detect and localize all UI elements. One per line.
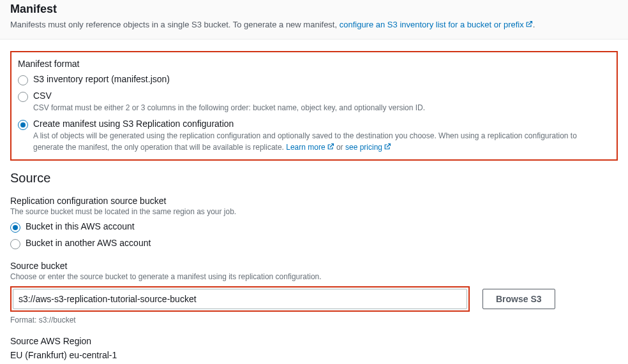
radio-csv-control[interactable]	[18, 92, 28, 102]
manifest-format-label: Manifest format	[18, 59, 609, 69]
source-bucket-hint: Choose or enter the source bucket to gen…	[10, 272, 618, 281]
source-bucket-format-hint: Format: s3://bucket	[10, 316, 618, 324]
radio-bucket-this-account-control[interactable]	[10, 222, 20, 233]
manifest-format-radio-group: S3 inventory report (manifest.json) CSV …	[18, 74, 609, 153]
radio-bucket-this-account[interactable]: Bucket in this AWS account	[10, 221, 618, 233]
radio-replication-label: Create manifest using S3 Replication con…	[33, 119, 609, 129]
replication-source-radio-group: Bucket in this AWS account Bucket in ano…	[10, 221, 618, 249]
source-bucket-input[interactable]	[13, 289, 467, 309]
radio-replication-control[interactable]	[18, 120, 28, 130]
radio-s3-inventory-control[interactable]	[18, 75, 28, 85]
learn-more-link[interactable]: Learn more	[286, 143, 334, 152]
radio-csv-hint: CSV format must be either 2 or 3 columns…	[33, 102, 609, 113]
browse-s3-button[interactable]: Browse S3	[482, 289, 555, 309]
replication-source-label: Replication configuration source bucket	[10, 196, 618, 206]
radio-bucket-another-account-label: Bucket in another AWS account	[26, 238, 618, 248]
source-region-section: Source AWS Region EU (Frankfurt) eu-cent…	[10, 336, 618, 360]
manifest-format-highlight-box: Manifest format S3 inventory report (man…	[10, 51, 618, 161]
configure-inventory-link-text: configure an S3 inventory list for a buc…	[340, 20, 524, 29]
see-pricing-text: see pricing	[345, 143, 382, 152]
see-pricing-link[interactable]: see pricing	[345, 143, 391, 152]
source-bucket-section: Source bucket Choose or enter the source…	[10, 261, 618, 324]
manifest-description: Manifests must only reference objects in…	[10, 18, 618, 31]
radio-s3-inventory[interactable]: S3 inventory report (manifest.json)	[18, 74, 609, 85]
radio-create-manifest-replication[interactable]: Create manifest using S3 Replication con…	[18, 119, 609, 153]
radio-replication-hint: A list of objects will be generated usin…	[33, 130, 609, 153]
radio-bucket-another-account-control[interactable]	[10, 239, 20, 249]
replication-source-bucket-section: Replication configuration source bucket …	[10, 196, 618, 249]
replication-source-hint: The source bucket must be located in the…	[10, 207, 618, 216]
manifest-title: Manifest	[10, 3, 618, 16]
manifest-desc-text: Manifests must only reference objects in…	[10, 20, 340, 29]
source-region-value: EU (Frankfurt) eu-central-1	[10, 350, 618, 360]
source-bucket-highlight-box	[10, 286, 470, 312]
external-link-icon	[384, 142, 391, 150]
manifest-header: Manifest Manifests must only reference o…	[0, 0, 628, 40]
source-section-title: Source	[10, 171, 618, 186]
radio-csv-label: CSV	[33, 91, 609, 101]
configure-inventory-link[interactable]: configure an S3 inventory list for a buc…	[340, 20, 533, 29]
external-link-icon	[525, 19, 533, 27]
radio-bucket-another-account[interactable]: Bucket in another AWS account	[10, 238, 618, 249]
radio-bucket-this-account-label: Bucket in this AWS account	[26, 221, 618, 231]
source-region-label: Source AWS Region	[10, 336, 618, 346]
manifest-desc-suffix: .	[533, 20, 535, 29]
radio-csv[interactable]: CSV CSV format must be either 2 or 3 col…	[18, 91, 609, 113]
learn-more-text: Learn more	[286, 143, 325, 152]
external-link-icon	[327, 142, 334, 150]
hint-or-text: or	[334, 143, 345, 152]
radio-s3-inventory-label: S3 inventory report (manifest.json)	[33, 74, 609, 84]
source-bucket-input-row: Browse S3	[10, 286, 618, 312]
source-bucket-label: Source bucket	[10, 261, 618, 271]
